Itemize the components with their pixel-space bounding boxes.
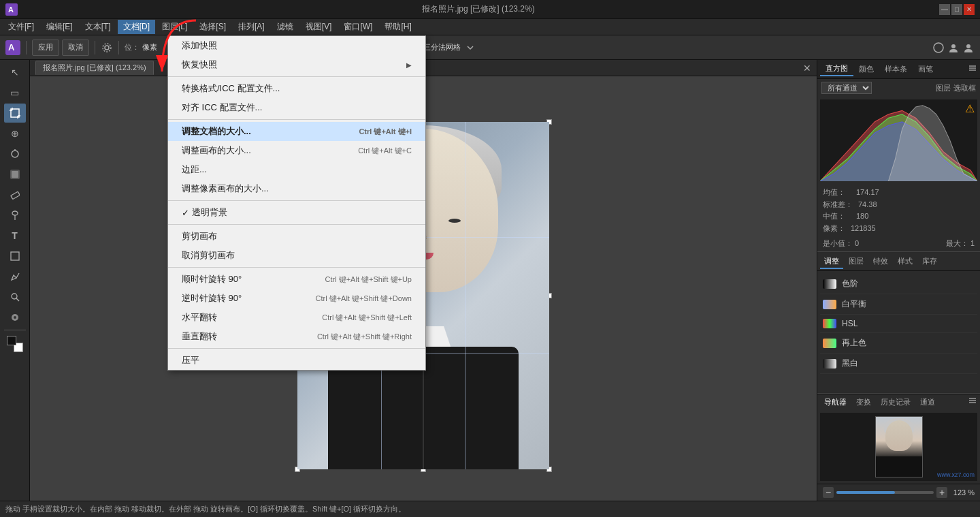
- circle-icon[interactable]: [932, 42, 945, 54]
- tool-dodge[interactable]: [4, 206, 26, 225]
- dd-rotate-ccw-label: 逆时针旋转 90°: [182, 292, 301, 304]
- maximize-button[interactable]: □: [951, 4, 962, 15]
- menu-filter[interactable]: 滤镜: [272, 20, 299, 34]
- tab-layers[interactable]: 图层: [845, 255, 868, 269]
- menu-layer[interactable]: 图层[L]: [157, 20, 193, 34]
- svg-point-6: [934, 43, 943, 52]
- tab-styles[interactable]: 样式: [894, 255, 917, 269]
- tool-zoom[interactable]: [4, 287, 26, 307]
- dd-undo-crop[interactable]: 取消剪切画布: [168, 246, 425, 265]
- dd-rotate-cw-label: 顺时针旋转 90°: [182, 273, 312, 285]
- gear-icon[interactable]: [101, 42, 113, 54]
- tool-shape[interactable]: [4, 247, 26, 266]
- minimize-button[interactable]: —: [939, 4, 950, 15]
- dd-rotate-ccw[interactable]: 逆时针旋转 90° Ctrl 键+Alt 键+Shift 键+Down: [168, 289, 425, 308]
- std-label: 标准差：: [823, 199, 853, 211]
- dd-flip-v[interactable]: 垂直翻转 Ctrl 键+Alt 键+Shift 键+Right: [168, 327, 425, 346]
- dd-convert-icc-label: 转换格式/ICC 配置文件...: [182, 82, 412, 95]
- dd-transparent-bg[interactable]: ✓ 透明背景: [168, 203, 425, 222]
- adjust-item-hsl[interactable]: HSL: [820, 315, 977, 333]
- tool-paint[interactable]: [4, 144, 26, 163]
- pixels-value: 121835: [851, 223, 876, 235]
- dd-rotate-cw[interactable]: 顺时针旋转 90° Ctrl 键+Alt 键+Shift 键+Up: [168, 270, 425, 289]
- menu-file[interactable]: 文件[F]: [3, 20, 39, 34]
- channel-select[interactable]: 所有通道: [821, 82, 872, 94]
- nav-tools: 导航器 变换 历史记录 通道: [817, 394, 980, 410]
- menu-text[interactable]: 文本[T]: [80, 20, 116, 34]
- tab-effects[interactable]: 特效: [869, 255, 892, 269]
- dd-submenu-arrow: ▶: [406, 61, 412, 69]
- cancel-button[interactable]: 取消: [62, 40, 89, 56]
- window-controls: — □ ✕: [939, 4, 975, 15]
- tab-navigator[interactable]: 导航器: [820, 396, 851, 409]
- svg-point-5: [103, 44, 111, 52]
- tab-history[interactable]: 历史记录: [877, 396, 915, 409]
- dd-flip-h[interactable]: 水平翻转 Ctrl 键+Alt 键+Shift 键+Left: [168, 308, 425, 327]
- color-swatch-area[interactable]: [7, 336, 23, 352]
- menu-window[interactable]: 窗口[W]: [338, 20, 378, 34]
- menu-view[interactable]: 视图[V]: [300, 20, 338, 34]
- dd-restore-shortcut[interactable]: 恢复快照 ▶: [168, 55, 425, 74]
- adjust-item-bw[interactable]: 黑白: [820, 354, 977, 374]
- canvas-tab-item[interactable]: 报名照片.jpg [已修改] (123.2%): [35, 61, 154, 75]
- dd-flatten[interactable]: 压平: [168, 351, 425, 370]
- tool-crop[interactable]: [4, 104, 26, 123]
- tab-brush[interactable]: 画笔: [913, 63, 938, 76]
- menu-document[interactable]: 文档[D]: [118, 20, 155, 34]
- tab-adjust[interactable]: 调整: [820, 255, 843, 269]
- zoom-minus-button[interactable]: −: [823, 487, 834, 498]
- menu-arrange[interactable]: 排列[A]: [233, 20, 270, 34]
- dd-assign-icc[interactable]: 对齐 ICC 配置文件...: [168, 98, 425, 117]
- tool-eraser[interactable]: [4, 185, 26, 204]
- max-label: 最大：: [946, 239, 968, 247]
- tool-select-rect[interactable]: ▭: [4, 83, 26, 102]
- tab-histogram[interactable]: 直方图: [820, 62, 853, 76]
- tool-text[interactable]: T: [4, 226, 26, 245]
- canvas-tab-close-icon[interactable]: ✕: [803, 63, 811, 74]
- tab-channels[interactable]: 通道: [916, 396, 939, 409]
- user-icon-1[interactable]: [947, 42, 960, 54]
- tab-transform[interactable]: 变换: [852, 396, 875, 409]
- apply-button[interactable]: 应用: [32, 40, 59, 56]
- tool-pen[interactable]: [4, 267, 26, 286]
- dd-convert-icc[interactable]: 转换格式/ICC 配置文件...: [168, 79, 425, 98]
- panel-menu-icon[interactable]: [968, 63, 977, 75]
- nav-menu-icon[interactable]: [968, 396, 977, 409]
- adjust-item-wb[interactable]: 白平衡: [820, 294, 977, 315]
- dd-resize-doc[interactable]: 调整文档的大小... Ctrl 键+Alt 键+I: [168, 122, 425, 141]
- chevron-down-icon[interactable]: [465, 42, 476, 53]
- dd-undo-crop-label: 取消剪切画布: [182, 249, 412, 262]
- adjust-item-recolor[interactable]: 再上色: [820, 333, 977, 354]
- dd-crop-canvas[interactable]: 剪切画布: [168, 227, 425, 246]
- histogram-svg: [820, 99, 977, 181]
- dd-flip-v-shortcut: Ctrl 键+Alt 键+Shift 键+Right: [317, 332, 412, 342]
- close-button[interactable]: ✕: [964, 4, 975, 15]
- user-icon-2[interactable]: [962, 42, 975, 54]
- dd-resize-pixel[interactable]: 调整像素画布的大小...: [168, 179, 425, 198]
- dd-resize-canvas[interactable]: 调整画布的大小... Ctrl 键+Alt 键+C: [168, 141, 425, 160]
- tool-heal[interactable]: ⊕: [4, 124, 26, 143]
- dd-resize-canvas-label: 调整画布的大小...: [182, 144, 344, 157]
- toolbox-sep: [4, 330, 26, 330]
- right-panel: 直方图 颜色 样本条 画笔 所有通道 图层 选取框 ⚠: [817, 60, 980, 501]
- zoom-slider[interactable]: [836, 491, 934, 494]
- menu-help[interactable]: 帮助[H]: [379, 20, 416, 34]
- zoom-slider-fill: [836, 491, 895, 494]
- tab-swatches[interactable]: 样本条: [879, 63, 913, 76]
- tab-library[interactable]: 库存: [918, 255, 941, 269]
- toolbar-sep-3: [118, 41, 119, 54]
- dd-add-shortcut[interactable]: 添加快照: [168, 36, 425, 55]
- menu-edit[interactable]: 编辑[E]: [41, 20, 78, 34]
- tool-fill[interactable]: [4, 165, 26, 184]
- cover-value: 三分法网格: [423, 42, 461, 52]
- adjust-item-levels[interactable]: 色阶: [820, 274, 977, 294]
- tool-move[interactable]: ↖: [4, 63, 26, 82]
- dd-border[interactable]: 边距...: [168, 160, 425, 179]
- watermark-text: www.xz7.com: [937, 471, 975, 478]
- menu-select[interactable]: 选择[S]: [194, 20, 231, 34]
- recolor-label: 再上色: [842, 337, 866, 349]
- tab-color[interactable]: 颜色: [853, 63, 879, 76]
- zoom-plus-button[interactable]: +: [936, 487, 947, 498]
- tool-color-picker[interactable]: [4, 308, 26, 327]
- toolbar: A 应用 取消 位： 像素 DPI： 72 裁切大小： 295 × 413 像素…: [0, 35, 980, 60]
